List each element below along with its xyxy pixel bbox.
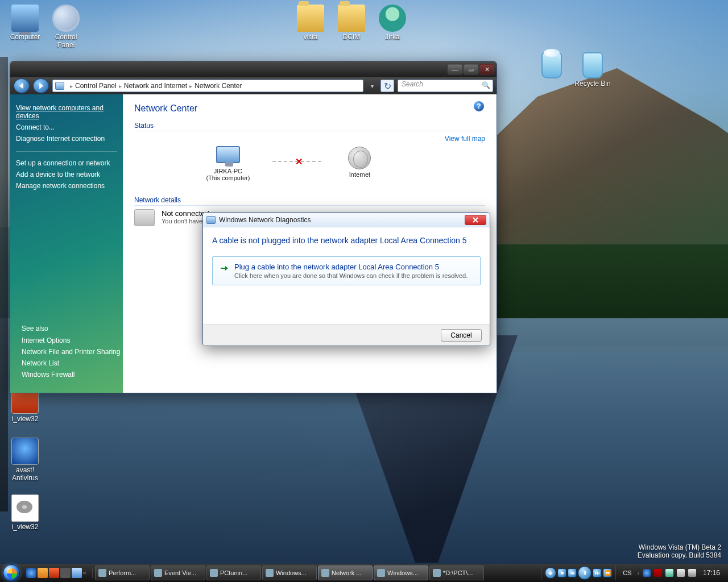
task-buttons: Perform...Event Vie...PCtunin...Windows.… <box>93 566 541 580</box>
icon-label: Control Panel <box>55 33 77 49</box>
dialog-action-plug-cable[interactable]: Plug a cable into the network adapter Lo… <box>212 256 481 285</box>
refresh-button[interactable]: ↻ <box>380 80 394 92</box>
icon-label: DCIM <box>343 33 361 41</box>
desktop-icon-recycle-full[interactable] <box>535 52 569 80</box>
desktop-icon-iview32-b[interactable]: i_view32 <box>5 494 46 531</box>
node-sub: (This computer) <box>206 174 250 181</box>
icon-label: i_view32 <box>12 415 39 423</box>
media-prev-button[interactable]: ⏮ <box>568 568 577 577</box>
task-button[interactable]: Event Vie... <box>151 566 205 580</box>
watermark-line1: Windows Vista (TM) Beta 2 <box>638 543 721 551</box>
task-label: Windows... <box>387 569 418 576</box>
tray-volume-icon[interactable] <box>688 569 696 577</box>
close-button[interactable]: ✕ <box>479 64 494 74</box>
breadcrumb-dropdown[interactable]: ▾ <box>367 83 377 89</box>
sidebar-link-connect-to[interactable]: Connect to... <box>16 122 117 133</box>
media-stop-button[interactable]: ■ <box>557 568 566 577</box>
sidebar-link-windows-firewall[interactable]: Windows Firewall <box>22 369 123 380</box>
task-icon <box>210 569 218 577</box>
task-button[interactable]: PCtunin... <box>206 566 261 580</box>
quick-launch-item[interactable] <box>49 568 59 578</box>
link-view-full-map[interactable]: View full map <box>445 135 485 143</box>
tray-avast-icon[interactable] <box>643 569 651 577</box>
tray-network-icon[interactable] <box>677 569 685 577</box>
breadcrumb-item[interactable]: Control Panel <box>75 82 117 90</box>
breadcrumb-item[interactable]: Network Center <box>195 82 242 90</box>
computer-icon <box>134 209 155 226</box>
sidebar-link-network-list[interactable]: Network List <box>22 357 123 369</box>
window-network-diagnostics: Windows Network Diagnostics A cable is n… <box>202 212 490 346</box>
sidebar-link-add-device[interactable]: Add a device to the network <box>16 169 117 180</box>
cancel-button[interactable]: Cancel <box>441 329 482 342</box>
help-button[interactable]: ? <box>474 101 484 111</box>
sidebar-link-diagnose[interactable]: Diagnose Internet connection <box>16 133 117 144</box>
task-icon <box>321 569 329 577</box>
sidebar-link-file-printer-sharing[interactable]: Network File and Printer Sharing <box>22 346 123 357</box>
task-icon <box>98 569 106 577</box>
minimize-button[interactable]: — <box>448 64 462 74</box>
media-next-button[interactable]: ⏭ <box>593 568 602 577</box>
quick-launch-item[interactable] <box>72 568 82 578</box>
network-map: JIRKA-PC (This computer) ✕ Internet <box>134 142 445 181</box>
section-status-label: Status <box>134 122 485 130</box>
desktop-icon-recycle-bin[interactable]: Recycle Bin <box>572 52 613 88</box>
sidebar-link-manage-connections[interactable]: Manage network connections <box>16 180 117 192</box>
task-label: Event Vie... <box>164 569 196 576</box>
sidebar-link-view-computers[interactable]: View network computers and devices <box>16 102 117 122</box>
tray-alert-icon[interactable] <box>654 569 662 577</box>
task-button[interactable]: Windows... <box>262 566 317 580</box>
task-label: Windows... <box>276 569 307 576</box>
desktop-icon-folder-vista[interactable]: vista <box>290 5 331 41</box>
forward-button[interactable] <box>33 78 49 93</box>
quick-launch-overflow[interactable]: » <box>83 568 89 578</box>
media-fwd-button[interactable]: ⏩ <box>603 568 612 577</box>
system-tray: CS ‹ 17:16 <box>616 569 728 577</box>
build-watermark: Windows Vista (TM) Beta 2 Evaluation cop… <box>638 543 721 559</box>
media-play-pause-button[interactable]: ⏸ <box>578 566 592 580</box>
maximize-button[interactable]: ▭ <box>464 64 478 74</box>
desktop-icon-folder-dcim[interactable]: DCIM <box>331 5 372 41</box>
folder-icon <box>297 5 324 32</box>
icon-label: Recycle Bin <box>574 80 610 88</box>
breadcrumb[interactable]: ▸ Control Panel ▸ Network and Internet ▸… <box>52 80 363 92</box>
close-button[interactable] <box>465 215 486 225</box>
node-label: JIRKA-PC <box>214 168 242 174</box>
sidebar-see-also: See also Internet Options Network File a… <box>22 325 123 380</box>
desktop[interactable]: Computer Control Panel vista DCIM Jirka … <box>0 0 728 582</box>
sidebar-link-setup-connection[interactable]: Set up a connection or network <box>16 157 117 169</box>
task-button[interactable]: Windows... <box>374 566 428 580</box>
dialog-message: A cable is not plugged into the network … <box>212 235 481 246</box>
desktop-icon-computer[interactable]: Computer <box>5 5 46 41</box>
dialog-titlebar[interactable]: Windows Network Diagnostics <box>203 213 490 227</box>
sidebar-group: View network computers and devices Conne… <box>16 102 117 144</box>
tray-overflow[interactable]: ‹ <box>638 570 639 576</box>
taskbar: » Perform...Event Vie...PCtunin...Window… <box>0 564 728 582</box>
quick-launch-item[interactable] <box>60 568 71 578</box>
task-button[interactable]: Perform... <box>95 566 150 580</box>
node-internet[interactable]: Internet <box>346 145 373 178</box>
language-indicator[interactable]: CS <box>621 569 634 576</box>
desktop-icon-folder-jirka[interactable]: Jirka <box>372 5 413 41</box>
desktop-icon-avast[interactable]: avast! Antivirus <box>5 438 46 482</box>
quick-launch: » <box>23 568 93 578</box>
search-input[interactable]: Search <box>398 80 493 92</box>
tray-safely-remove-icon[interactable] <box>665 569 673 577</box>
task-icon <box>433 569 441 577</box>
task-button[interactable]: *D:\PCT\... <box>429 566 484 580</box>
start-button[interactable] <box>0 564 23 582</box>
sidebar-link-internet-options[interactable]: Internet Options <box>22 335 123 346</box>
titlebar[interactable]: — ▭ ✕ <box>10 61 497 77</box>
node-this-pc[interactable]: JIRKA-PC (This computer) <box>206 142 250 181</box>
quick-launch-item[interactable] <box>38 568 48 578</box>
page-title: Network Center <box>134 103 485 114</box>
media-app-button[interactable]: ◉ <box>545 567 556 579</box>
back-button[interactable] <box>14 78 30 93</box>
quick-launch-show-desktop[interactable] <box>26 568 36 578</box>
dialog-body: A cable is not plugged into the network … <box>203 227 490 324</box>
task-label: Network ... <box>332 569 362 576</box>
task-button[interactable]: Network ... <box>318 566 373 580</box>
breadcrumb-item[interactable]: Network and Internet <box>124 82 187 90</box>
desktop-icon-control-panel[interactable]: Control Panel <box>46 5 86 49</box>
taskbar-clock[interactable]: 17:16 <box>700 569 723 577</box>
icon-label: Jirka <box>385 33 399 41</box>
